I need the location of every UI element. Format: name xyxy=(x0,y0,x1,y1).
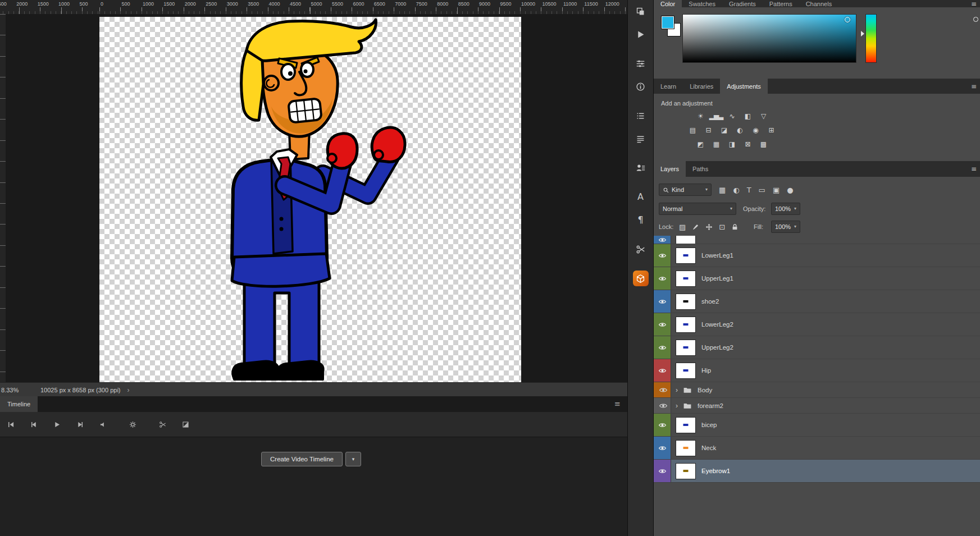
layer-name[interactable]: forearm2 xyxy=(698,402,723,409)
panel-menu-icon[interactable]: ≡ xyxy=(971,83,977,90)
next-frame-button[interactable] xyxy=(74,418,86,430)
layer-visibility-toggle[interactable] xyxy=(654,382,671,397)
tool-presets-panel-button[interactable] xyxy=(633,241,649,257)
lock-position-icon[interactable] xyxy=(705,223,713,231)
layer-filtering-toggle[interactable]: ● xyxy=(787,186,793,194)
brightness-contrast-button[interactable]: ☀ xyxy=(695,111,706,121)
info-panel-button[interactable] xyxy=(633,79,649,94)
layer-visibility-toggle[interactable] xyxy=(654,244,671,267)
layer-row-upperleg1[interactable]: UpperLeg1 xyxy=(654,267,980,290)
layer-visibility-toggle[interactable] xyxy=(654,398,671,413)
layer-visibility-toggle[interactable] xyxy=(654,414,671,436)
panel-menu-icon[interactable]: ≡ xyxy=(971,166,977,172)
actions-panel-button[interactable] xyxy=(633,26,649,42)
group-disclosure-arrow[interactable]: › xyxy=(676,386,681,394)
layer-visibility-toggle[interactable] xyxy=(654,236,671,244)
lock-transparent-pixels-icon[interactable]: ▨ xyxy=(679,223,686,231)
blend-mode-dropdown[interactable]: Normal ▾ xyxy=(659,203,736,215)
zoom-level[interactable]: 8.33% xyxy=(1,387,34,393)
properties-panel-button[interactable] xyxy=(633,56,649,71)
layer-row-body[interactable]: ›Body xyxy=(654,382,980,398)
layer-visibility-toggle[interactable] xyxy=(654,336,671,359)
layer-thumbnail[interactable] xyxy=(676,248,696,264)
layer-row-bicep[interactable]: bicep xyxy=(654,414,980,437)
invert-button[interactable]: ◩ xyxy=(695,139,706,149)
tab-learn[interactable]: Learn xyxy=(654,79,683,94)
fill-dropdown[interactable]: 100% ▾ xyxy=(771,221,800,233)
tab-timeline[interactable]: Timeline xyxy=(0,396,38,412)
opacity-dropdown[interactable]: 100% ▾ xyxy=(771,203,800,215)
layer-thumbnail[interactable] xyxy=(676,340,696,356)
timeline-panel-menu-icon[interactable]: ≡ xyxy=(614,400,621,407)
tab-paths[interactable]: Paths xyxy=(686,161,715,177)
previous-frame-button[interactable] xyxy=(28,418,40,430)
color-picker-cursor[interactable] xyxy=(845,17,850,22)
snapshot-panel-button[interactable] xyxy=(633,3,649,19)
plugin-panel-button[interactable] xyxy=(633,271,649,286)
photo-filter-button[interactable]: ◐ xyxy=(735,125,745,135)
canvas-viewport[interactable] xyxy=(6,14,627,382)
layer-thumbnail[interactable] xyxy=(676,417,696,433)
levels-button[interactable]: ▂▅▃ xyxy=(711,111,722,121)
tab-channels[interactable]: Channels xyxy=(799,0,838,7)
layer-row-clipped[interactable] xyxy=(654,236,980,244)
curves-button[interactable]: ∿ xyxy=(727,111,737,121)
lock-artboard-icon[interactable]: ⊡ xyxy=(719,223,725,231)
layer-comps-panel-button[interactable] xyxy=(633,131,649,146)
split-clip-button[interactable] xyxy=(156,418,168,430)
filter-smart-objects-icon[interactable]: ▣ xyxy=(773,186,780,194)
layer-name[interactable]: Body xyxy=(698,387,712,393)
channel-mixer-button[interactable]: ◉ xyxy=(750,125,761,135)
paragraph-panel-button[interactable]: ¶ xyxy=(633,212,649,228)
timeline-settings-button[interactable] xyxy=(126,418,139,430)
lock-all-icon[interactable] xyxy=(731,223,739,231)
layer-name[interactable]: UpperLeg1 xyxy=(701,275,733,282)
threshold-button[interactable]: ◨ xyxy=(727,139,737,149)
status-popup-arrow-icon[interactable]: › xyxy=(127,386,130,394)
layer-name[interactable]: bicep xyxy=(701,422,717,428)
create-video-timeline-button[interactable]: Create Video Timeline xyxy=(261,452,343,466)
filter-shape-layers-icon[interactable]: ▭ xyxy=(759,186,765,194)
layer-row-eyebrow1[interactable]: Eyebrow1 xyxy=(654,460,980,483)
history-panel-button[interactable] xyxy=(633,108,649,123)
color-balance-button[interactable]: ⊟ xyxy=(703,125,714,135)
layer-row-lowerleg2[interactable]: LowerLeg2 xyxy=(654,313,980,336)
gradient-map-button[interactable]: ▩ xyxy=(758,139,769,149)
layer-visibility-toggle[interactable] xyxy=(654,267,671,290)
hue-slider[interactable] xyxy=(865,14,877,63)
character-panel-button[interactable]: A xyxy=(633,189,649,205)
layer-name[interactable]: UpperLeg2 xyxy=(701,344,733,351)
black-white-button[interactable]: ◪ xyxy=(719,125,730,135)
layer-visibility-toggle[interactable] xyxy=(654,460,671,482)
foreground-color-swatch[interactable] xyxy=(661,16,674,29)
play-button[interactable] xyxy=(51,418,63,430)
tab-adjustments[interactable]: Adjustments xyxy=(720,79,768,94)
layer-row-lowerleg1[interactable]: LowerLeg1 xyxy=(654,244,980,267)
hue-slider-handle[interactable] xyxy=(861,31,864,36)
layer-visibility-toggle[interactable] xyxy=(654,313,671,336)
layer-thumbnail[interactable] xyxy=(676,294,696,310)
layer-thumbnail[interactable] xyxy=(676,363,696,379)
tab-libraries[interactable]: Libraries xyxy=(683,79,720,94)
group-disclosure-arrow[interactable]: › xyxy=(676,402,681,410)
layer-name[interactable]: LowerLeg2 xyxy=(701,321,733,328)
layer-name[interactable]: Neck xyxy=(701,445,716,451)
layer-row-forearm2[interactable]: ›forearm2 xyxy=(654,398,980,414)
notes-panel-button[interactable] xyxy=(633,160,649,176)
layer-name[interactable]: Eyebrow1 xyxy=(701,468,730,474)
layer-filter-dropdown[interactable]: Kind ▾ xyxy=(659,184,712,196)
filter-type-layers-icon[interactable]: T xyxy=(747,186,751,194)
first-frame-button[interactable] xyxy=(4,418,17,430)
layer-thumbnail[interactable] xyxy=(676,271,696,287)
saturation-brightness-field[interactable] xyxy=(682,14,856,63)
document-canvas[interactable] xyxy=(99,17,521,382)
layer-row-neck[interactable]: Neck xyxy=(654,437,980,460)
layer-row-hip[interactable]: Hip xyxy=(654,359,980,382)
layer-thumbnail[interactable] xyxy=(676,236,696,244)
vibrance-button[interactable]: ▽ xyxy=(758,111,769,121)
tab-swatches[interactable]: Swatches xyxy=(682,0,722,7)
tab-patterns[interactable]: Patterns xyxy=(763,0,799,7)
layer-name[interactable]: LowerLeg1 xyxy=(701,252,733,259)
layer-visibility-toggle[interactable] xyxy=(654,359,671,382)
posterize-button[interactable]: ▦ xyxy=(711,139,722,149)
